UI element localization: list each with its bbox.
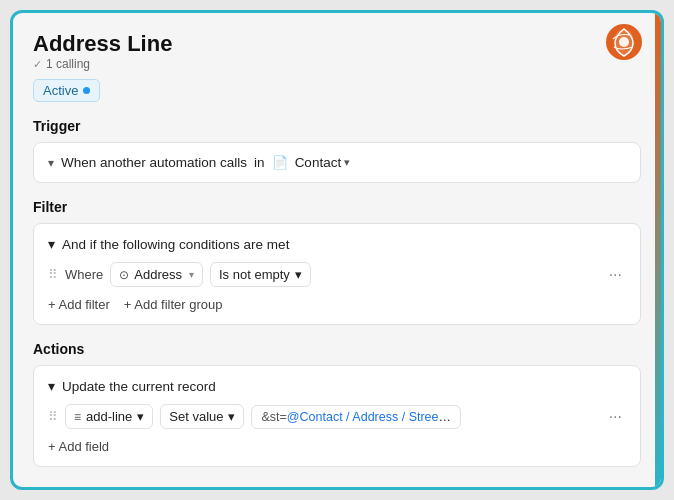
- address-field-chevron-icon: ▾: [189, 269, 194, 280]
- logo-icon: [605, 23, 643, 61]
- address-field-select[interactable]: ⊙ Address ▾: [110, 262, 203, 287]
- actions-section-title: Actions: [33, 341, 641, 357]
- filter-drag-handle[interactable]: ⠿: [48, 267, 58, 282]
- doc-icon: 📄: [272, 155, 288, 170]
- filter-collapse-icon[interactable]: ▾: [48, 236, 55, 252]
- calling-row: ✓ 1 calling: [33, 57, 172, 71]
- action-type-label: Set value: [169, 409, 223, 424]
- add-field-label: + Add field: [48, 439, 109, 454]
- add-filter-label: + Add filter: [48, 297, 110, 312]
- actions-collapse-icon[interactable]: ▾: [48, 378, 55, 394]
- page-title: Address Line: [33, 31, 172, 57]
- actions-header: ▾ Update the current record: [48, 378, 626, 394]
- condition-chevron-icon: ▾: [295, 267, 302, 282]
- add-field-row: + Add field: [48, 439, 626, 454]
- trigger-description: When another automation calls: [61, 155, 247, 170]
- active-dot: [83, 87, 90, 94]
- calling-label: 1 calling: [46, 57, 90, 71]
- field-name-icon: ≡: [74, 410, 81, 424]
- add-filter-button[interactable]: + Add filter: [48, 297, 110, 312]
- condition-label: Is not empty: [219, 267, 290, 282]
- page-content: Address Line ✓ 1 calling Active Trigger …: [13, 13, 661, 487]
- condition-select[interactable]: Is not empty ▾: [210, 262, 311, 287]
- value-contact-address: @Contact / Address / Street Address: [287, 410, 462, 424]
- trigger-card: ▾ When another automation calls in 📄 Con…: [33, 142, 641, 183]
- filter-card: ▾ And if the following conditions are me…: [33, 223, 641, 325]
- contact-label: Contact: [295, 155, 342, 170]
- address-icon: ⊙: [119, 268, 129, 282]
- field-name-chevron-icon: ▾: [137, 409, 144, 424]
- field-name-select[interactable]: ≡ add-line ▾: [65, 404, 153, 429]
- filter-header: ▾ And if the following conditions are me…: [48, 236, 626, 252]
- trigger-row: ▾ When another automation calls in 📄 Con…: [48, 155, 626, 170]
- add-filter-row: + Add filter + Add filter group: [48, 297, 626, 312]
- active-badge[interactable]: Active: [33, 79, 100, 102]
- header-row: Address Line ✓ 1 calling Active: [33, 31, 641, 116]
- action-drag-handle[interactable]: ⠿: [48, 409, 58, 424]
- action-more-button[interactable]: ···: [605, 406, 626, 428]
- trigger-in-label: in: [254, 155, 265, 170]
- action-type-chevron-icon: ▾: [228, 409, 235, 424]
- trigger-collapse-icon[interactable]: ▾: [48, 156, 54, 170]
- filter-more-button[interactable]: ···: [605, 264, 626, 286]
- value-input[interactable]: &st=@Contact / Address / Street Address&…: [251, 405, 461, 429]
- trigger-section-title: Trigger: [33, 118, 641, 134]
- add-field-button[interactable]: + Add field: [48, 439, 109, 454]
- value-prefix: &st=: [261, 410, 286, 424]
- actions-card: ▾ Update the current record ⠿ ≡ add-line…: [33, 365, 641, 467]
- action-field-row: ⠿ ≡ add-line ▾ Set value ▾ &st=@Contact …: [48, 404, 626, 429]
- address-field-label: Address: [134, 267, 182, 282]
- filter-section-title: Filter: [33, 199, 641, 215]
- active-label: Active: [43, 83, 78, 98]
- page-container: Address Line ✓ 1 calling Active Trigger …: [10, 10, 664, 490]
- add-filter-group-button[interactable]: + Add filter group: [124, 297, 223, 312]
- filter-row: ⠿ Where ⊙ Address ▾ Is not empty ▾ ···: [48, 262, 626, 287]
- contact-chevron-icon: ▾: [344, 156, 350, 169]
- right-border-accent: [655, 13, 661, 487]
- add-filter-group-label: + Add filter group: [124, 297, 223, 312]
- where-label: Where: [65, 267, 103, 282]
- field-name-label: add-line: [86, 409, 132, 424]
- contact-link[interactable]: Contact ▾: [295, 155, 351, 170]
- svg-point-2: [619, 37, 629, 47]
- check-icon: ✓: [33, 58, 42, 71]
- action-type-select[interactable]: Set value ▾: [160, 404, 244, 429]
- update-label: Update the current record: [62, 379, 216, 394]
- filter-condition-label: And if the following conditions are met: [62, 237, 289, 252]
